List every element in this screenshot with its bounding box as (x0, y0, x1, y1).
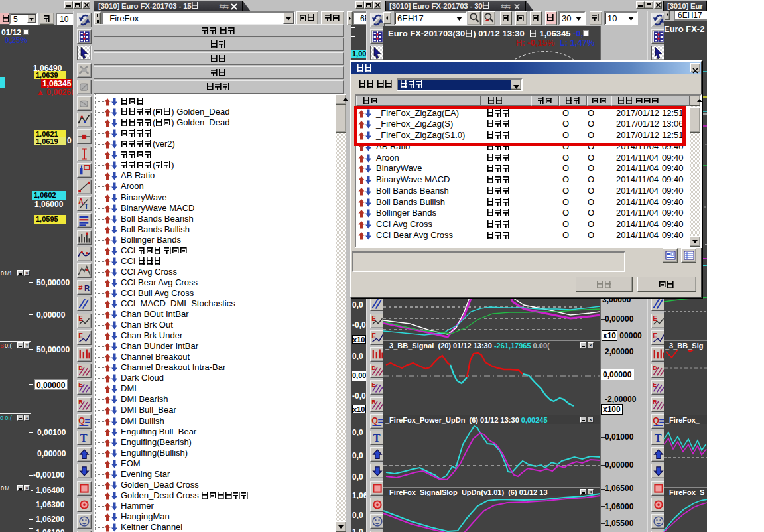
svg-text:Q: Q (653, 415, 659, 425)
svg-text:#: # (78, 283, 83, 291)
svg-text:T: T (655, 432, 662, 444)
svg-text:A: A (78, 198, 83, 205)
svg-text:Q: Q (371, 415, 378, 425)
svg-text:Q: Q (78, 415, 85, 425)
svg-text:T: T (80, 432, 88, 444)
svg-text:T: T (373, 432, 381, 444)
svg-text:R: R (84, 284, 90, 292)
svg-text:T: T (84, 203, 88, 210)
